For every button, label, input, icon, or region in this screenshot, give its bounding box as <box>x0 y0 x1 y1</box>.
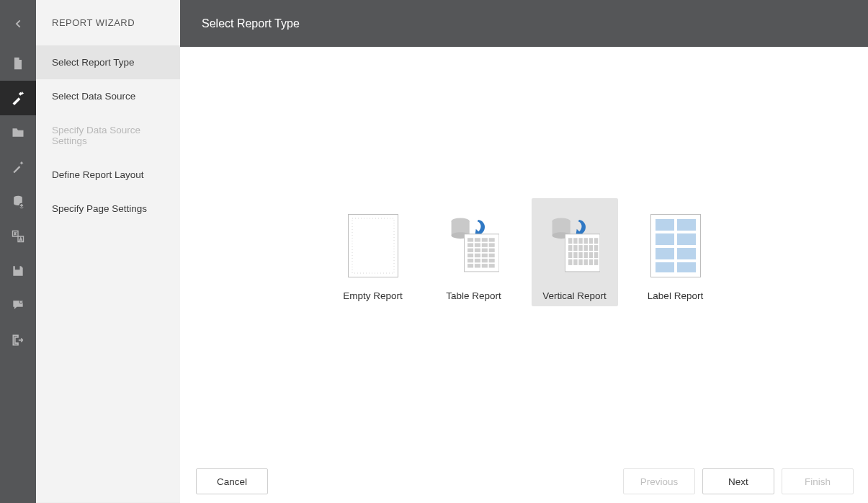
svg-rect-51 <box>578 252 582 258</box>
chevron-left-icon[interactable] <box>0 9 36 39</box>
svg-rect-54 <box>594 252 597 258</box>
step-define-report-layout[interactable]: Define Report Layout <box>36 158 180 192</box>
svg-rect-62 <box>656 219 674 231</box>
svg-rect-3 <box>348 215 398 277</box>
option-vertical-report[interactable]: Vertical Report <box>532 198 618 306</box>
svg-rect-14 <box>474 243 480 246</box>
previous-button: Previous <box>623 468 695 494</box>
svg-rect-13 <box>467 243 473 246</box>
svg-rect-42 <box>594 238 597 244</box>
option-label: Empty Report <box>343 290 403 301</box>
svg-rect-20 <box>488 249 494 252</box>
svg-rect-17 <box>467 249 473 252</box>
svg-rect-64 <box>656 233 674 245</box>
svg-rect-21 <box>467 254 473 257</box>
svg-rect-30 <box>474 264 480 267</box>
svg-rect-63 <box>677 219 696 231</box>
svg-rect-37 <box>568 238 572 244</box>
svg-rect-27 <box>481 259 487 262</box>
svg-rect-22 <box>474 254 480 257</box>
svg-rect-47 <box>589 245 592 251</box>
exit-icon[interactable] <box>0 323 36 357</box>
svg-rect-24 <box>488 254 494 257</box>
icon-rail <box>0 0 36 503</box>
svg-point-2 <box>20 301 22 303</box>
option-label: Table Report <box>446 290 501 301</box>
magic-wand-icon[interactable] <box>0 150 36 184</box>
wizard-footer: Cancel Previous Next Finish <box>180 460 868 503</box>
step-specify-data-source-settings: Specify Data Source Settings <box>36 113 180 158</box>
svg-rect-58 <box>583 259 587 265</box>
page-title: Select Report Type <box>202 17 300 30</box>
finish-button: Finish <box>782 468 854 494</box>
step-select-data-source[interactable]: Select Data Source <box>36 79 180 113</box>
label-report-icon <box>650 214 701 277</box>
svg-rect-43 <box>568 245 572 251</box>
svg-rect-29 <box>467 264 473 267</box>
svg-rect-40 <box>583 238 587 244</box>
svg-rect-32 <box>488 264 494 267</box>
svg-rect-25 <box>467 259 473 262</box>
svg-rect-19 <box>481 249 487 252</box>
empty-report-icon <box>348 214 398 277</box>
content-area: Empty Report <box>180 47 868 460</box>
option-empty-report[interactable]: Empty Report <box>330 198 416 306</box>
svg-rect-56 <box>573 259 577 265</box>
database-add-icon[interactable] <box>0 184 36 219</box>
option-label: Label Report <box>648 290 703 301</box>
svg-rect-12 <box>488 238 494 241</box>
svg-rect-57 <box>578 259 582 265</box>
svg-rect-66 <box>656 248 674 259</box>
localization-icon[interactable] <box>0 219 36 254</box>
report-type-options: Empty Report <box>180 198 868 306</box>
app-root: REPORT WIZARD Select Report Type Select … <box>0 0 868 503</box>
svg-rect-23 <box>481 254 487 257</box>
svg-rect-11 <box>481 238 487 241</box>
svg-rect-39 <box>578 238 582 244</box>
svg-rect-67 <box>677 248 696 259</box>
page-header: Select Report Type <box>180 0 868 47</box>
next-button[interactable]: Next <box>702 468 774 494</box>
svg-rect-48 <box>594 245 597 251</box>
wizard-icon[interactable] <box>0 81 36 115</box>
svg-rect-38 <box>573 238 577 244</box>
step-specify-page-settings[interactable]: Specify Page Settings <box>36 192 180 226</box>
new-page-icon[interactable] <box>0 46 36 81</box>
svg-rect-16 <box>488 243 494 246</box>
svg-rect-68 <box>656 262 674 272</box>
option-label-report[interactable]: Label Report <box>632 198 719 306</box>
svg-rect-31 <box>481 264 487 267</box>
option-label: Vertical Report <box>542 290 607 301</box>
folder-icon[interactable] <box>0 115 36 150</box>
comments-icon[interactable] <box>0 288 36 323</box>
svg-rect-28 <box>488 259 494 262</box>
svg-rect-41 <box>589 238 592 244</box>
svg-rect-60 <box>594 259 597 265</box>
svg-rect-44 <box>573 245 577 251</box>
svg-rect-18 <box>474 249 480 252</box>
cancel-button[interactable]: Cancel <box>196 468 268 494</box>
svg-rect-50 <box>573 252 577 258</box>
vertical-report-icon <box>550 214 600 277</box>
svg-rect-59 <box>589 259 592 265</box>
wizard-sidebar: REPORT WIZARD Select Report Type Select … <box>36 0 180 503</box>
save-icon[interactable] <box>0 254 36 288</box>
option-table-report[interactable]: Table Report <box>431 198 517 306</box>
svg-rect-15 <box>481 243 487 246</box>
table-report-icon <box>449 214 499 277</box>
svg-rect-9 <box>467 238 473 241</box>
svg-rect-53 <box>589 252 592 258</box>
svg-rect-65 <box>677 233 696 245</box>
svg-rect-52 <box>583 252 587 258</box>
main-area: Select Report Type Empty Report <box>180 0 868 503</box>
svg-rect-49 <box>568 252 572 258</box>
svg-rect-10 <box>474 238 480 241</box>
svg-rect-69 <box>677 262 696 272</box>
step-select-report-type[interactable]: Select Report Type <box>36 45 180 79</box>
wizard-title: REPORT WIZARD <box>36 0 180 45</box>
svg-rect-55 <box>568 259 572 265</box>
svg-rect-26 <box>474 259 480 262</box>
svg-rect-45 <box>578 245 582 251</box>
svg-rect-46 <box>583 245 587 251</box>
